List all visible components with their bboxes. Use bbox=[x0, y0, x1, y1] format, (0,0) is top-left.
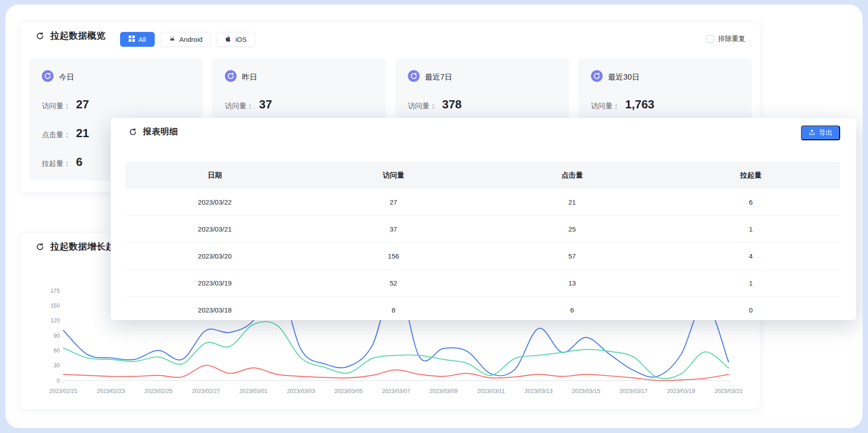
filter-ios-label: iOS bbox=[235, 36, 246, 43]
svg-text:150: 150 bbox=[50, 303, 60, 309]
table-row: 2023/03/2227216 bbox=[125, 189, 840, 216]
card-label: 昨日 bbox=[242, 72, 257, 82]
export-icon bbox=[809, 129, 815, 137]
refresh-icon[interactable] bbox=[35, 242, 45, 252]
refresh-icon[interactable] bbox=[35, 31, 45, 41]
svg-text:2023/02/25: 2023/02/25 bbox=[144, 388, 173, 394]
svg-text:0: 0 bbox=[57, 378, 60, 384]
table-row: 2023/03/1952131 bbox=[125, 270, 840, 297]
column-header-launches: 拉起量 bbox=[662, 171, 840, 180]
cell-visits: 8 bbox=[304, 306, 483, 314]
stat-key: 拉起量： bbox=[42, 159, 71, 169]
exclude-duplicates-label: 排除重复 bbox=[718, 35, 745, 43]
svg-text:2023/02/23: 2023/02/23 bbox=[97, 388, 125, 394]
cell-date: 2023/03/22 bbox=[125, 198, 304, 206]
cell-date: 2023/03/19 bbox=[125, 279, 304, 287]
stat-value: 37 bbox=[259, 98, 272, 112]
table-row: 2023/03/2137251 bbox=[125, 216, 840, 243]
card-label: 最近7日 bbox=[425, 72, 452, 82]
cell-clicks: 57 bbox=[483, 252, 662, 260]
svg-text:2023/02/21: 2023/02/21 bbox=[49, 388, 78, 394]
launch-badge-icon bbox=[42, 70, 54, 84]
table-header-row: 日期 访问量 点击量 拉起量 bbox=[125, 162, 840, 189]
stat-key: 访问量： bbox=[591, 102, 620, 111]
cell-launches: 1 bbox=[662, 279, 840, 287]
svg-text:2023/03/13: 2023/03/13 bbox=[524, 388, 553, 394]
cell-visits: 156 bbox=[304, 252, 483, 260]
stat-key: 访问量： bbox=[42, 102, 71, 111]
cell-date: 2023/03/20 bbox=[125, 252, 304, 260]
filter-all-button[interactable]: All bbox=[120, 32, 155, 47]
export-label: 导出 bbox=[819, 129, 832, 137]
filter-android-label: Android bbox=[179, 36, 203, 43]
svg-text:2023/03/07: 2023/03/07 bbox=[382, 388, 410, 394]
svg-text:2023/03/17: 2023/03/17 bbox=[619, 388, 648, 394]
grid-icon bbox=[129, 36, 135, 43]
cell-visits: 37 bbox=[304, 225, 483, 233]
cell-clicks: 6 bbox=[483, 306, 662, 314]
column-header-clicks: 点击量 bbox=[483, 171, 662, 180]
platform-filter-group: All Android iOS bbox=[120, 32, 255, 47]
filter-android-button[interactable]: Android bbox=[160, 32, 211, 47]
svg-text:120: 120 bbox=[50, 317, 60, 324]
svg-text:2023/03/03: 2023/03/03 bbox=[287, 388, 315, 394]
table-row: 2023/03/20156574 bbox=[125, 243, 840, 270]
card-label: 今日 bbox=[59, 72, 74, 82]
cell-launches: 0 bbox=[662, 306, 840, 314]
card-label: 最近30日 bbox=[608, 72, 640, 82]
stat-value: 378 bbox=[442, 98, 461, 112]
svg-text:30: 30 bbox=[54, 362, 60, 369]
svg-text:2023/02/27: 2023/02/27 bbox=[192, 388, 220, 394]
stat-key: 访问量： bbox=[408, 102, 437, 111]
report-table: 日期 访问量 点击量 拉起量 2023/03/2227216 2023/03/2… bbox=[125, 162, 840, 320]
stat-value: 27 bbox=[76, 98, 89, 112]
report-title: 报表明细 bbox=[143, 126, 178, 138]
svg-text:175: 175 bbox=[50, 288, 60, 294]
svg-text:2023/03/21: 2023/03/21 bbox=[715, 388, 743, 394]
svg-text:2023/03/01: 2023/03/01 bbox=[239, 388, 268, 394]
table-row: 2023/03/18860 bbox=[125, 297, 840, 320]
svg-text:2023/03/11: 2023/03/11 bbox=[477, 388, 505, 394]
svg-text:2023/03/19: 2023/03/19 bbox=[667, 388, 695, 394]
cell-launches: 4 bbox=[662, 252, 840, 260]
android-icon bbox=[169, 35, 176, 44]
svg-text:2023/03/15: 2023/03/15 bbox=[572, 388, 600, 394]
filter-all-label: All bbox=[139, 36, 146, 43]
refresh-icon[interactable] bbox=[128, 127, 138, 137]
column-header-visits: 访问量 bbox=[304, 171, 483, 180]
stat-value: 1,763 bbox=[625, 98, 654, 112]
cell-launches: 6 bbox=[662, 198, 840, 206]
stat-key: 访问量： bbox=[225, 102, 254, 111]
apple-icon bbox=[225, 36, 232, 44]
stat-key: 点击量： bbox=[42, 130, 71, 140]
cell-visits: 27 bbox=[304, 198, 483, 206]
stat-value: 6 bbox=[76, 155, 82, 169]
export-button[interactable]: 导出 bbox=[801, 125, 840, 140]
svg-text:2023/03/05: 2023/03/05 bbox=[335, 388, 363, 394]
cell-date: 2023/03/18 bbox=[125, 306, 304, 314]
svg-text:60: 60 bbox=[54, 348, 60, 354]
svg-text:90: 90 bbox=[54, 333, 60, 339]
launch-badge-icon bbox=[225, 70, 237, 84]
overview-title: 拉起数据概览 bbox=[50, 30, 106, 42]
cell-clicks: 21 bbox=[483, 198, 662, 206]
stat-value: 21 bbox=[76, 126, 89, 140]
svg-text:2023/03/09: 2023/03/09 bbox=[430, 388, 458, 394]
cell-clicks: 25 bbox=[483, 225, 662, 233]
column-header-date: 日期 bbox=[125, 171, 304, 180]
cell-date: 2023/03/21 bbox=[125, 225, 304, 233]
launch-badge-icon bbox=[408, 70, 420, 84]
exclude-duplicates-checkbox[interactable] bbox=[707, 35, 714, 43]
cell-visits: 52 bbox=[304, 279, 483, 287]
dashboard-container: 拉起数据概览 All Android iOS 排除重复 bbox=[5, 4, 863, 428]
filter-ios-button[interactable]: iOS bbox=[216, 32, 255, 47]
cell-launches: 1 bbox=[662, 225, 840, 233]
launch-badge-icon bbox=[591, 70, 603, 84]
cell-clicks: 13 bbox=[483, 279, 662, 287]
report-detail-modal: 报表明细 导出 日期 访问量 点击量 拉起量 2023/03/2227216 2… bbox=[111, 118, 856, 320]
